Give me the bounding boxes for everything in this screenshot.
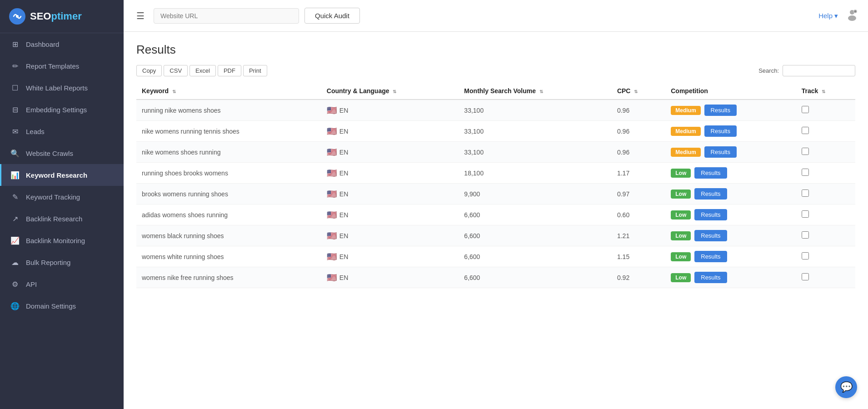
cpc-cell: 0.96	[612, 142, 665, 163]
leads-icon: ✉	[10, 127, 20, 136]
sidebar-item-backlink-research[interactable]: ↗ Backlink Research	[0, 208, 124, 229]
copy-button[interactable]: Copy	[136, 65, 162, 76]
country-cell: 🇺🇸 EN	[321, 163, 459, 184]
quick-audit-button[interactable]: Quick Audit	[304, 8, 360, 24]
track-checkbox[interactable]	[802, 148, 809, 155]
report-templates-icon: ✏	[10, 61, 20, 70]
sidebar-item-backlink-monitoring[interactable]: 📈 Backlink Monitoring	[0, 229, 124, 251]
cpc-cell: 1.15	[612, 246, 665, 267]
table-row: womens white running shoes 🇺🇸 EN 6,600 1…	[136, 246, 855, 267]
url-input[interactable]	[154, 8, 299, 24]
sidebar-item-report-templates[interactable]: ✏ Report Templates	[0, 55, 124, 77]
competition-cell: Low Results	[665, 267, 796, 288]
excel-button[interactable]: Excel	[190, 65, 216, 76]
keyword-cell: womens black running shoes	[136, 225, 321, 246]
svg-point-1	[16, 15, 19, 18]
sidebar-item-label: Keyword Tracking	[26, 193, 80, 201]
results-button[interactable]: Results	[694, 230, 727, 241]
track-checkbox[interactable]	[802, 210, 809, 218]
monthly-search-cell: 33,100	[459, 142, 612, 163]
sidebar-item-white-label-reports[interactable]: ☐ White Label Reports	[0, 77, 124, 99]
flag-icon: 🇺🇸	[327, 189, 337, 199]
keyword-cell: womens white running shoes	[136, 246, 321, 267]
track-checkbox[interactable]	[802, 252, 809, 259]
competition-cell: Medium Results	[665, 121, 796, 142]
competition-badge: Low	[671, 190, 691, 199]
user-avatar-button[interactable]	[845, 8, 859, 24]
flag-icon: 🇺🇸	[327, 273, 337, 283]
api-icon: ⚙	[10, 279, 20, 289]
sidebar-nav: ⊞ Dashboard ✏ Report Templates ☐ White L…	[0, 33, 124, 317]
sidebar-item-keyword-tracking[interactable]: ✎ Keyword Tracking	[0, 186, 124, 208]
table-body: running nike womens shoes 🇺🇸 EN 33,100 0…	[136, 100, 855, 288]
language-label: EN	[339, 149, 348, 156]
sidebar-item-domain-settings[interactable]: 🌐 Domain Settings	[0, 295, 124, 317]
keyword-cell: nike womens running tennis shoes	[136, 121, 321, 142]
sidebar-item-dashboard[interactable]: ⊞ Dashboard	[0, 33, 124, 55]
track-cell	[796, 100, 855, 121]
results-button[interactable]: Results	[694, 188, 727, 200]
sidebar-item-label: Bulk Reporting	[26, 259, 70, 266]
track-checkbox[interactable]	[802, 190, 809, 197]
sidebar-item-bulk-reporting[interactable]: ☁ Bulk Reporting	[0, 251, 124, 273]
col-keyword: Keyword ⇅	[136, 83, 321, 100]
sidebar-item-website-crawls[interactable]: 🔍 Website Crawls	[0, 142, 124, 164]
track-checkbox[interactable]	[802, 273, 809, 280]
competition-cell: Low Results	[665, 163, 796, 184]
keyword-cell: nike womens shoes running	[136, 142, 321, 163]
country-cell: 🇺🇸 EN	[321, 184, 459, 204]
country-cell: 🇺🇸 EN	[321, 142, 459, 163]
chat-bubble[interactable]: 💬	[835, 376, 857, 398]
sidebar-item-embedding-settings[interactable]: ⊟ Embedding Settings	[0, 99, 124, 120]
track-checkbox[interactable]	[802, 127, 809, 134]
results-button[interactable]: Results	[704, 146, 737, 158]
sidebar-logo: SEOptimer	[0, 0, 124, 33]
results-button[interactable]: Results	[694, 272, 727, 283]
print-button[interactable]: Print	[243, 65, 267, 76]
track-checkbox[interactable]	[802, 231, 809, 239]
flag-icon: 🇺🇸	[327, 210, 337, 220]
svg-point-3	[848, 15, 856, 21]
monthly-search-cell: 6,600	[459, 267, 612, 288]
sidebar-item-label: API	[26, 280, 37, 288]
results-button[interactable]: Results	[694, 251, 727, 262]
results-button[interactable]: Results	[704, 125, 737, 137]
competition-cell: Low Results	[665, 204, 796, 225]
sidebar-item-api[interactable]: ⚙ API	[0, 273, 124, 295]
sidebar-item-leads[interactable]: ✉ Leads	[0, 120, 124, 142]
country-cell: 🇺🇸 EN	[321, 246, 459, 267]
sidebar-item-keyword-research[interactable]: 📊 Keyword Research	[0, 164, 124, 186]
table-row: nike womens running tennis shoes 🇺🇸 EN 3…	[136, 121, 855, 142]
flag-icon: 🇺🇸	[327, 147, 337, 157]
flag-icon: 🇺🇸	[327, 168, 337, 178]
track-checkbox[interactable]	[802, 169, 809, 176]
results-button[interactable]: Results	[704, 105, 737, 116]
country-cell: 🇺🇸 EN	[321, 100, 459, 121]
results-button[interactable]: Results	[694, 209, 727, 220]
pdf-button[interactable]: PDF	[218, 65, 241, 76]
dashboard-icon: ⊞	[10, 40, 20, 49]
header-right: Help ▾	[818, 8, 859, 24]
table-row: womens nike free running shoes 🇺🇸 EN 6,6…	[136, 267, 855, 288]
competition-badge: Low	[671, 169, 691, 178]
language-label: EN	[339, 128, 348, 135]
monthly-search-cell: 9,900	[459, 184, 612, 204]
track-checkbox[interactable]	[802, 106, 809, 113]
track-cell	[796, 184, 855, 204]
content-area: Results Copy CSV Excel PDF Print Search:…	[124, 32, 868, 409]
domain-settings-icon: 🌐	[10, 301, 20, 310]
search-input[interactable]	[783, 65, 855, 76]
keyword-cell: adidas womens shoes running	[136, 204, 321, 225]
monthly-search-cell: 18,100	[459, 163, 612, 184]
sidebar-item-label: Leads	[26, 128, 45, 135]
csv-button[interactable]: CSV	[164, 65, 188, 76]
hamburger-button[interactable]: ☰	[133, 9, 148, 23]
help-button[interactable]: Help ▾	[818, 12, 838, 20]
results-button[interactable]: Results	[694, 167, 727, 179]
backlink-research-icon: ↗	[10, 214, 20, 223]
search-area: Search:	[758, 65, 855, 76]
search-label: Search:	[758, 67, 779, 74]
keyword-cell: running nike womens shoes	[136, 100, 321, 121]
header: ☰ Quick Audit Help ▾	[124, 0, 868, 32]
monthly-search-cell: 6,600	[459, 246, 612, 267]
